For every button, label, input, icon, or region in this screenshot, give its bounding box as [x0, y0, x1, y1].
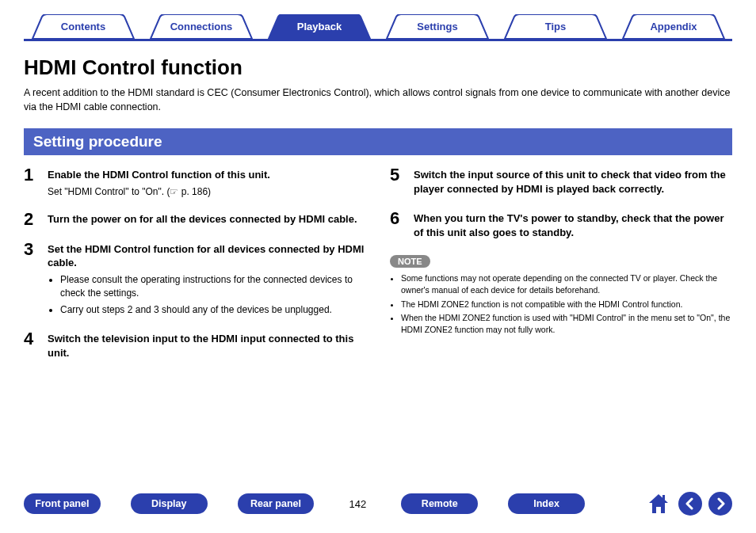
step-title: When you turn the TV's power to standby,… — [414, 211, 732, 239]
svg-text:Tips: Tips — [544, 21, 566, 32]
step-number: 3 — [24, 241, 38, 319]
footer-button-rear-panel[interactable]: Rear panel — [238, 493, 315, 514]
note-badge: NOTE — [390, 255, 430, 268]
step-body: When you turn the TV's power to standby,… — [414, 210, 732, 242]
steps-columns: 1Enable the HDMI Control function of thi… — [24, 166, 732, 374]
step-1: 1Enable the HDMI Control function of thi… — [24, 166, 366, 200]
step-body: Switch the television input to the HDMI … — [48, 330, 366, 363]
note-item: Some functions may not operate depending… — [401, 272, 732, 295]
note-item: When the HDMI ZONE2 function is used wit… — [401, 312, 732, 335]
svg-rect-6 — [662, 495, 665, 500]
note-item: The HDMI ZONE2 function is not compatibl… — [401, 299, 732, 310]
note-list: Some functions may not operate depending… — [390, 272, 732, 335]
steps-column-right: 5Switch the input source of this unit to… — [390, 166, 732, 374]
footer-button-front-panel[interactable]: Front panel — [24, 493, 101, 514]
step-body: Set the HDMI Control function for all de… — [48, 241, 366, 319]
svg-text:Settings: Settings — [417, 21, 457, 32]
step-6: 6When you turn the TV's power to standby… — [390, 210, 732, 242]
step-bullet: Please consult the operating instruction… — [60, 273, 366, 300]
steps-column-left: 1Enable the HDMI Control function of thi… — [24, 166, 366, 374]
tab-tips[interactable]: Tips — [496, 14, 614, 39]
step-title: Switch the input source of this unit to … — [414, 168, 732, 196]
step-3: 3Set the HDMI Control function for all d… — [24, 241, 366, 319]
step-number: 2 — [24, 211, 38, 230]
step-title: Enable the HDMI Control function of this… — [48, 168, 366, 182]
step-number: 6 — [390, 210, 404, 242]
footer-button-index[interactable]: Index — [508, 493, 585, 514]
nav-next-icon[interactable] — [708, 492, 732, 516]
step-5: 5Switch the input source of this unit to… — [390, 166, 732, 199]
svg-text:Appendix: Appendix — [650, 21, 697, 32]
footer-bar: Front panelDisplayRear panel142RemoteInd… — [0, 492, 756, 516]
step-bullets: Please consult the operating instruction… — [48, 273, 366, 316]
step-number: 4 — [24, 330, 38, 363]
step-title: Set the HDMI Control function for all de… — [48, 242, 366, 270]
footer-button-remote[interactable]: Remote — [401, 493, 478, 514]
top-tab-bar: Contents Connections Playback Settings T… — [24, 14, 732, 41]
tab-playback[interactable]: Playback — [260, 14, 378, 39]
step-title: Switch the television input to the HDMI … — [48, 332, 366, 360]
step-number: 5 — [390, 166, 404, 199]
step-body: Enable the HDMI Control function of this… — [48, 166, 366, 200]
tab-appendix[interactable]: Appendix — [614, 14, 732, 39]
step-body: Turn the power on for all the devices co… — [48, 211, 366, 230]
step-title: Turn the power on for all the devices co… — [48, 212, 366, 227]
page-title: HDMI Control function — [24, 55, 732, 80]
tab-contents[interactable]: Contents — [24, 14, 142, 39]
home-icon[interactable] — [645, 492, 672, 516]
page-number: 142 — [344, 498, 371, 510]
intro-text: A recent addition to the HDMI standard i… — [24, 86, 732, 114]
svg-text:Playback: Playback — [296, 21, 342, 32]
tab-connections[interactable]: Connections — [142, 14, 260, 39]
step-body: Switch the input source of this unit to … — [414, 166, 732, 199]
step-subtext: Set "HDMI Control" to "On". (☞ p. 186) — [48, 185, 366, 199]
step-bullet: Carry out steps 2 and 3 should any of th… — [60, 303, 366, 317]
nav-prev-icon[interactable] — [678, 492, 702, 516]
step-2: 2Turn the power on for all the devices c… — [24, 211, 366, 230]
section-heading: Setting procedure — [24, 128, 732, 155]
svg-text:Contents: Contents — [60, 21, 105, 32]
footer-nav-icons — [645, 492, 732, 516]
step-number: 1 — [24, 166, 38, 200]
step-4: 4Switch the television input to the HDMI… — [24, 330, 366, 363]
tab-settings[interactable]: Settings — [378, 14, 496, 39]
svg-text:Connections: Connections — [170, 21, 232, 32]
footer-button-display[interactable]: Display — [131, 493, 208, 514]
